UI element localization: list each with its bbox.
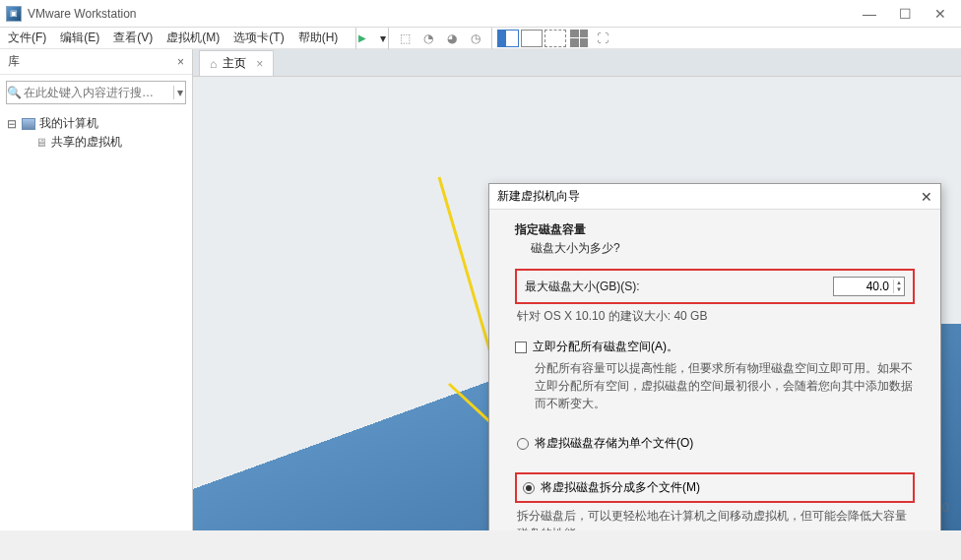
split-note: 拆分磁盘后，可以更轻松地在计算机之间移动虚拟机，但可能会降低大容量磁盘的性能。: [517, 507, 915, 530]
radio-split-block: 将虚拟磁盘拆分成多个文件(M): [515, 472, 915, 503]
home-icon: ⌂: [210, 57, 217, 71]
layout-grid-button[interactable]: [567, 27, 591, 50]
layout-wide-button[interactable]: [544, 27, 567, 50]
tb-manage-icon[interactable]: ◷: [464, 27, 487, 50]
checkbox-icon: [515, 342, 527, 353]
radio-selected-icon: [523, 482, 535, 494]
layout-single-button[interactable]: [520, 27, 544, 50]
tab-close-icon[interactable]: ×: [256, 57, 263, 71]
minimize-button[interactable]: —: [861, 6, 878, 22]
tree-shared-label: 共享的虚拟机: [51, 134, 122, 151]
menu-vm[interactable]: 虚拟机(M): [166, 30, 220, 46]
tree-shared-vms[interactable]: 🖥 共享的虚拟机: [35, 133, 186, 152]
window-title: VMware Workstation: [28, 7, 136, 21]
radio-split-file[interactable]: 将虚拟磁盘拆分成多个文件(M): [521, 476, 909, 499]
layout-split-button[interactable]: [496, 27, 520, 50]
menu-edit[interactable]: 编辑(E): [60, 30, 99, 46]
wizard-step-title: 指定磁盘容量: [515, 221, 915, 238]
play-button[interactable]: ▶ ▾: [360, 27, 384, 50]
maximize-button[interactable]: ☐: [896, 6, 914, 22]
menu-view[interactable]: 查看(V): [113, 30, 153, 46]
dialog-titlebar: 新建虚拟机向导 ✕: [489, 184, 940, 210]
disk-size-row: 最大磁盘大小(GB)(S): ▲ ▼: [515, 269, 915, 304]
disk-size-spinner[interactable]: ▲ ▼: [833, 277, 905, 296]
sidebar-header: 库 ×: [0, 49, 192, 75]
radio-split-label: 将虚拟磁盘拆分成多个文件(M): [541, 479, 700, 496]
sidebar-close-icon[interactable]: ×: [177, 55, 184, 69]
allocate-now-label: 立即分配所有磁盘空间(A)。: [533, 339, 678, 355]
menu-tabs[interactable]: 选项卡(T): [233, 30, 284, 46]
shared-icon: 🖥: [35, 136, 47, 150]
expand-icon[interactable]: ⊟: [6, 117, 18, 131]
tab-home[interactable]: ⌂ 主页 ×: [199, 50, 274, 76]
tree-root-label: 我的计算机: [39, 115, 98, 132]
search-icon: 🔍: [7, 86, 22, 99]
search-input[interactable]: [22, 85, 173, 100]
wizard-step-subtitle: 磁盘大小为多少?: [531, 240, 915, 257]
radio-single-label: 将虚拟磁盘存储为单个文件(O): [535, 435, 693, 452]
spinner-up-icon[interactable]: ▲: [894, 280, 904, 286]
allocate-now-note: 分配所有容量可以提高性能，但要求所有物理磁盘空间立即可用。如果不立即分配所有空间…: [535, 359, 915, 412]
radio-icon: [517, 438, 529, 450]
sidebar-title: 库: [8, 53, 20, 70]
fullscreen-button[interactable]: ⛶: [591, 27, 614, 50]
tree-my-computer[interactable]: ⊟ 我的计算机: [6, 114, 186, 133]
disk-size-suggestion: 针对 OS X 10.10 的建议大小: 40 GB: [517, 308, 915, 325]
new-vm-wizard-dialog: 新建虚拟机向导 ✕ 指定磁盘容量 磁盘大小为多少? 最大磁盘大小(GB)(S):…: [488, 183, 941, 530]
library-sidebar: 库 × 🔍 ▾ ⊟ 我的计算机 🖥 共享的虚拟机: [0, 49, 193, 530]
content-area: ⌂ 主页 × 连接到 VMware vCloud Air https://blo…: [193, 49, 961, 530]
close-window-button[interactable]: ✕: [931, 6, 949, 22]
dialog-close-button[interactable]: ✕: [921, 189, 932, 205]
library-search[interactable]: 🔍 ▾: [6, 81, 186, 104]
tb-revert-icon[interactable]: ◕: [440, 27, 464, 50]
allocate-now-checkbox[interactable]: 立即分配所有磁盘空间(A)。: [515, 339, 915, 355]
dialog-title: 新建虚拟机向导: [497, 188, 580, 205]
radio-single-file[interactable]: 将虚拟磁盘存储为单个文件(O): [515, 432, 915, 455]
app-icon: ▣: [6, 6, 22, 22]
tb-disk-icon[interactable]: ⬚: [393, 27, 416, 50]
disk-size-label: 最大磁盘大小(GB)(S):: [525, 279, 640, 295]
spinner-down-icon[interactable]: ▼: [894, 286, 904, 293]
computer-icon: [22, 118, 35, 130]
menu-bar: 文件(F) 编辑(E) 查看(V) 虚拟机(M) 选项卡(T) 帮助(H) ▶ …: [0, 28, 961, 49]
disk-size-input[interactable]: [834, 278, 893, 295]
tab-home-label: 主页: [223, 55, 246, 72]
tb-snapshot-icon[interactable]: ◔: [416, 27, 440, 50]
library-tree: ⊟ 我的计算机 🖥 共享的虚拟机: [0, 110, 192, 156]
main-area: 库 × 🔍 ▾ ⊟ 我的计算机 🖥 共享的虚拟机 ⌂ 主页 ×: [0, 49, 961, 530]
search-dropdown-icon[interactable]: ▾: [173, 86, 185, 99]
tab-strip: ⌂ 主页 ×: [193, 49, 961, 77]
window-titlebar: ▣ VMware Workstation — ☐ ✕: [0, 0, 961, 28]
menu-help[interactable]: 帮助(H): [298, 30, 339, 46]
menu-file[interactable]: 文件(F): [8, 30, 46, 46]
